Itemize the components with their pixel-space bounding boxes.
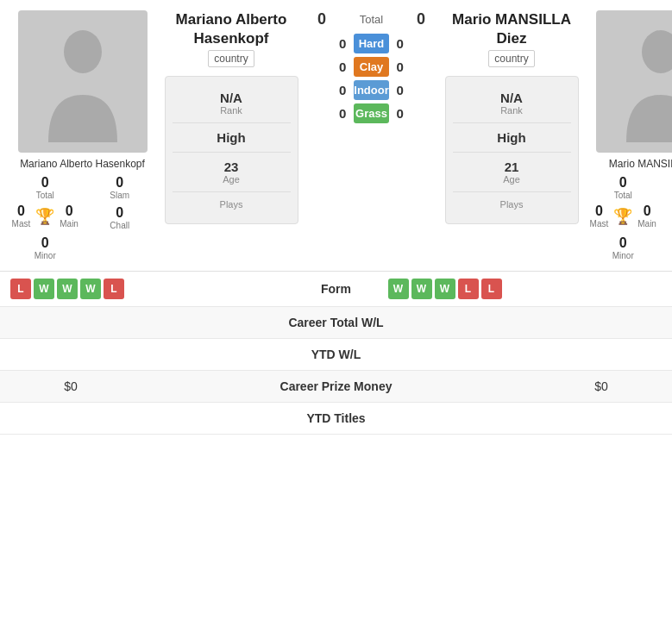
surface-score-right-clay: 0 (391, 59, 410, 74)
right-slam-cell: 0 Slam (663, 175, 673, 200)
left-minor-label: Minor (35, 251, 56, 260)
section-label-ytd-wl: YTD W/L (131, 348, 541, 361)
form-badge-2: W (57, 279, 78, 299)
left-player-card: Mariano Alberto Hasenkopf 0 Total 0 Slam… (7, 10, 158, 260)
svg-point-1 (642, 30, 673, 73)
right-mast-label: Mast (590, 219, 609, 229)
left-total-value: 0 (41, 175, 49, 191)
svg-point-0 (64, 30, 102, 73)
left-player-name-top: Mariano Alberto Hasenkopf (158, 10, 305, 48)
right-rank-label: Rank (500, 105, 523, 116)
section-right-career-prize: $0 (541, 379, 662, 393)
right-high-value: High (497, 130, 525, 145)
right-high-row: High (453, 123, 571, 153)
right-total-value: 0 (619, 175, 627, 191)
right-minor-label: Minor (612, 251, 634, 260)
surface-score-left-clay: 0 (333, 59, 352, 74)
form-badge-9: L (481, 279, 502, 299)
left-main-value: 0 (66, 204, 73, 219)
left-chall-label: Chall (110, 221, 129, 230)
surface-badge-indoor: Indoor (354, 80, 388, 100)
right-mast-value: 0 (595, 204, 603, 219)
right-rank-value: N/A (500, 91, 523, 105)
right-player-name-top: Mario MANSILLA Diez (438, 10, 585, 48)
left-age-value: 23 (224, 160, 239, 174)
left-mast-cell: 0 Mast (12, 204, 31, 229)
comparison-section: Mariano Alberto Hasenkopf 0 Total 0 Slam… (0, 0, 672, 267)
left-total-cell: 0 Total (10, 175, 80, 200)
form-badge-5: W (388, 279, 409, 299)
right-player-photo (596, 10, 673, 153)
main-container: Mariano Alberto Hasenkopf 0 Total 0 Slam… (0, 0, 672, 435)
surface-badge-clay: Clay (354, 57, 388, 77)
right-plays-row: Plays (453, 192, 571, 216)
surface-row-indoor: 0 Indoor 0 (331, 80, 411, 100)
left-minor-cell: 0 Minor (10, 235, 80, 260)
left-rank-label: Rank (220, 105, 242, 116)
left-rank-row: N/A Rank (173, 84, 291, 123)
left-stats-grid: 0 Total 0 Slam 0 Mast 🏆 0 Main (7, 175, 158, 260)
right-minor-cell: 0 Minor (588, 235, 658, 260)
right-trophy-icon: 🏆 (613, 207, 632, 226)
surface-rows: 0 Hard 0 0 Clay 0 0 Indoor 0 0 Grass 0 (331, 34, 411, 127)
left-trophy-icon: 🏆 (35, 207, 54, 226)
left-country-label: country (208, 50, 254, 67)
form-badge-4: L (104, 279, 124, 299)
left-player-name-under: Mariano Alberto Hasenkopf (20, 158, 145, 170)
left-info-panel: Mariano Alberto Hasenkopf country N/A Ra… (158, 10, 305, 224)
right-mast-cell: 0 Mast (590, 204, 609, 229)
right-country-label: country (488, 50, 534, 67)
surface-row-hard: 0 Hard 0 (331, 34, 411, 53)
middle-section: Mariano Alberto Hasenkopf country N/A Ra… (158, 10, 585, 260)
right-plays-label: Plays (500, 199, 524, 210)
form-badge-6: W (411, 279, 432, 299)
right-total-label: Total (614, 191, 632, 200)
left-plays-label: Plays (220, 199, 243, 210)
left-high-row: High (173, 123, 291, 153)
left-mast-label: Mast (12, 219, 31, 229)
section-label-career-total-wl: Career Total W/L (131, 316, 541, 329)
form-badge-1: W (34, 279, 54, 299)
left-player-photo (18, 10, 148, 153)
surface-score-left-indoor: 0 (333, 83, 352, 97)
left-chall-cell: 0 Chall (85, 205, 155, 230)
left-minor-value: 0 (41, 235, 49, 251)
surface-score-right-hard: 0 (391, 36, 410, 51)
surface-score-left-grass: 0 (333, 106, 352, 121)
left-main-cell: 0 Main (60, 204, 79, 229)
form-badge-0: L (10, 279, 31, 299)
left-chall-value: 0 (116, 205, 123, 221)
form-badge-8: L (458, 279, 479, 299)
stat-sections: Career Total W/L YTD W/L $0 Career Prize… (0, 307, 672, 435)
right-stats-grid: 0 Total 0 Slam 0 Mast 🏆 0 Main (585, 175, 672, 260)
form-badges-right: WWWLL (388, 279, 663, 299)
left-plays-row: Plays (173, 192, 291, 216)
left-mast-value: 0 (17, 204, 25, 219)
form-badge-3: W (80, 279, 101, 299)
right-trophy-row: 0 Mast 🏆 0 Main (588, 204, 658, 229)
right-main-cell: 0 Main (637, 204, 656, 229)
right-age-label: Age (503, 174, 520, 185)
left-info-box: N/A Rank High 23 Age Plays (165, 76, 298, 224)
section-row-ytd-wl: YTD W/L (0, 339, 672, 371)
right-main-label: Main (637, 219, 656, 229)
surface-badge-grass: Grass (354, 103, 388, 123)
right-chall-cell: 0 Chall (663, 205, 673, 230)
surface-score-right-grass: 0 (391, 106, 410, 121)
form-row: LWWWL Form WWWLL (0, 272, 672, 307)
right-total-cell: 0 Total (588, 175, 658, 200)
surface-row-grass: 0 Grass 0 (331, 103, 411, 123)
left-age-row: 23 Age (173, 153, 291, 192)
right-info-panel: Mario MANSILLA Diez country N/A Rank Hig… (438, 10, 585, 224)
right-age-value: 21 (505, 160, 519, 174)
right-player-name-under: Mario MANSILLA Diez (609, 158, 672, 170)
section-label-ytd-titles: YTD Titles (131, 411, 541, 425)
left-slam-value: 0 (116, 175, 123, 191)
center-total-label: Total (360, 13, 383, 26)
form-label: Form (285, 282, 388, 296)
left-age-label: Age (223, 174, 240, 185)
left-main-label: Main (60, 219, 79, 229)
left-trophy-row: 0 Mast 🏆 0 Main (10, 204, 80, 229)
left-slam-label: Slam (110, 191, 129, 200)
right-minor-value: 0 (619, 235, 627, 251)
